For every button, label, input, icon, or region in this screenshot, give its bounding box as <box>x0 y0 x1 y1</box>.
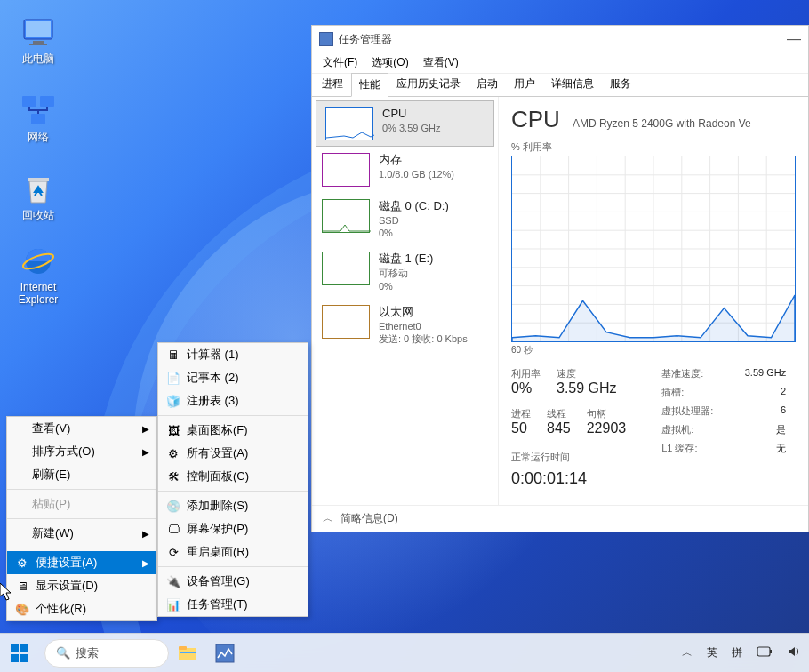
sidebar-item-memory[interactable]: 内存1.0/8.0 GB (12%) <box>312 147 498 193</box>
network-icon <box>20 92 56 128</box>
menu-separator <box>7 489 156 490</box>
window-titlebar[interactable]: 任务管理器 — <box>312 26 808 52</box>
submenu-all-settings[interactable]: ⚙所有设置(A) <box>158 442 308 465</box>
menu-separator <box>158 415 308 416</box>
svg-rect-30 <box>180 652 196 653</box>
disk-thumbnail <box>322 199 370 233</box>
submenu-control-panel[interactable]: 🛠控制面板(C) <box>158 465 308 488</box>
menu-quick-settings[interactable]: ⚙便捷设置(A)▶ <box>7 551 156 574</box>
device-manager-icon: 🔌 <box>165 573 181 589</box>
cpu-heading: CPU <box>511 106 560 133</box>
tray-ime-lang[interactable]: 英 <box>704 644 720 662</box>
add-remove-icon: 💿 <box>165 498 181 514</box>
menu-view[interactable]: 查看(V) <box>416 53 466 72</box>
submenu-device-manager[interactable]: 🔌设备管理(G) <box>158 570 308 593</box>
cpu-thumbnail <box>325 107 373 140</box>
sidebar-item-cpu[interactable]: CPU0% 3.59 GHz <box>316 100 494 147</box>
stat-base-speed: 3.59 GHz <box>745 367 786 380</box>
svg-rect-5 <box>40 96 54 107</box>
desktop-icon-label: 回收站 <box>22 208 54 223</box>
svg-rect-33 <box>770 650 772 653</box>
taskbar: 🔍 搜索 ︿ 英 拼 <box>0 633 809 672</box>
desktop-icon-network[interactable]: 网络 <box>4 83 72 154</box>
menu-refresh[interactable]: 刷新(E) <box>7 463 156 486</box>
recycle-icon <box>20 171 56 206</box>
tray-battery-icon[interactable] <box>754 644 775 661</box>
menu-file[interactable]: 文件(F) <box>316 53 364 72</box>
svg-rect-29 <box>179 646 187 650</box>
cpu-usage-graph <box>511 156 796 342</box>
task-manager-window: 任务管理器 — 文件(F) 选项(O) 查看(V) 进程 性能 应用历史记录 启… <box>311 25 809 532</box>
menu-personalize[interactable]: 🎨个性化(R) <box>7 597 156 620</box>
tab-services[interactable]: 服务 <box>602 72 639 96</box>
svg-rect-6 <box>31 114 45 124</box>
desktop-icon-label: 网络 <box>28 130 49 145</box>
stat-processes: 50 <box>511 420 531 436</box>
sidebar-item-ethernet[interactable]: 以太网Ethernet0发送: 0 接收: 0 Kbps <box>312 299 498 351</box>
ie-icon <box>20 244 56 279</box>
ethernet-thumbnail <box>322 305 370 339</box>
window-title: 任务管理器 <box>339 32 392 47</box>
submenu-desktop-icons[interactable]: 🖼桌面图标(F) <box>158 419 308 442</box>
desktop-icon-this-pc[interactable]: 此电脑 <box>4 4 72 76</box>
svg-rect-1 <box>26 21 51 37</box>
menu-separator <box>158 566 308 567</box>
submenu-task-manager[interactable]: 📊任务管理(T) <box>158 593 308 616</box>
menu-view[interactable]: 查看(V)▶ <box>7 417 156 440</box>
menu-separator <box>7 518 156 519</box>
pc-icon <box>20 14 56 50</box>
desktop-icon-ie[interactable]: Internet Explorer <box>4 239 72 310</box>
svg-rect-3 <box>29 44 47 45</box>
stat-sockets: 2 <box>781 386 786 399</box>
chevron-right-icon: ▶ <box>142 529 149 539</box>
chevron-up-icon[interactable]: ︿ <box>323 511 333 526</box>
menu-new[interactable]: 新建(W)▶ <box>7 522 156 545</box>
tab-startup[interactable]: 启动 <box>469 72 506 96</box>
desktop-icon-recycle-bin[interactable]: 回收站 <box>4 161 72 232</box>
search-input[interactable]: 🔍 搜索 <box>44 639 169 668</box>
svg-rect-28 <box>179 648 196 660</box>
menu-options[interactable]: 选项(O) <box>364 53 415 72</box>
submenu-restart-desktop[interactable]: ⟳重启桌面(R) <box>158 540 308 564</box>
control-panel-icon: 🛠 <box>165 468 181 484</box>
menu-display-settings[interactable]: 🖥显示设置(D) <box>7 574 156 597</box>
submenu-add-remove[interactable]: 💿添加删除(S) <box>158 494 308 517</box>
stat-speed: 3.59 GHz <box>557 380 617 396</box>
desktop-icons: 此电脑 网络 回收站 Internet Explorer <box>4 4 72 317</box>
submenu-notepad[interactable]: 📄记事本 (2) <box>158 366 308 389</box>
performance-main: CPU AMD Ryzen 5 2400G with Radeon Ve % 利… <box>499 97 808 505</box>
performance-sidebar: CPU0% 3.59 GHz 内存1.0/8.0 GB (12%) 磁盘 0 (… <box>312 97 499 505</box>
start-button[interactable] <box>0 634 39 673</box>
sidebar-item-disk1[interactable]: 磁盘 1 (E:)可移动0% <box>312 245 498 298</box>
graph-x-label: 60 秒 <box>511 344 796 356</box>
stat-utilization: 0% <box>511 380 541 396</box>
tab-app-history[interactable]: 应用历史记录 <box>388 72 469 96</box>
stat-uptime: 0:00:01:14 <box>511 469 626 488</box>
tray-volume-icon[interactable] <box>784 643 804 663</box>
sidebar-item-disk0[interactable]: 磁盘 0 (C: D:)SSD0% <box>312 193 498 245</box>
menu-sort[interactable]: 排序方式(O)▶ <box>7 440 156 463</box>
tray-chevron[interactable]: ︿ <box>679 644 695 662</box>
submenu-calculator[interactable]: 🖩计算器 (1) <box>158 343 308 366</box>
gear-icon: ⚙ <box>14 555 30 571</box>
desktop-icons-icon: 🖼 <box>165 422 181 438</box>
submenu-regedit[interactable]: 🧊注册表 (3) <box>158 389 308 412</box>
submenu-screensaver[interactable]: 🖵屏幕保护(P) <box>158 517 308 540</box>
svg-rect-32 <box>757 647 770 656</box>
minimize-button[interactable]: — <box>787 31 801 47</box>
taskbar-app-task-manager[interactable] <box>206 634 244 673</box>
windows-logo-icon <box>11 644 28 662</box>
tab-users[interactable]: 用户 <box>506 72 543 96</box>
cursor-icon <box>0 583 14 601</box>
graph-y-label: % 利用率 <box>511 140 796 154</box>
quick-settings-submenu: 🖩计算器 (1) 📄记事本 (2) 🧊注册表 (3) 🖼桌面图标(F) ⚙所有设… <box>157 342 308 617</box>
fewer-details-link[interactable]: 简略信息(D) <box>340 511 398 526</box>
tray-ime-mode[interactable]: 拼 <box>729 644 745 662</box>
tab-processes[interactable]: 进程 <box>314 72 351 96</box>
taskbar-app-explorer[interactable] <box>169 634 206 673</box>
tab-performance[interactable]: 性能 <box>351 73 388 97</box>
stat-threads: 845 <box>547 420 571 436</box>
menu-separator <box>7 548 156 548</box>
menu-separator <box>158 491 308 492</box>
tab-details[interactable]: 详细信息 <box>543 72 602 96</box>
